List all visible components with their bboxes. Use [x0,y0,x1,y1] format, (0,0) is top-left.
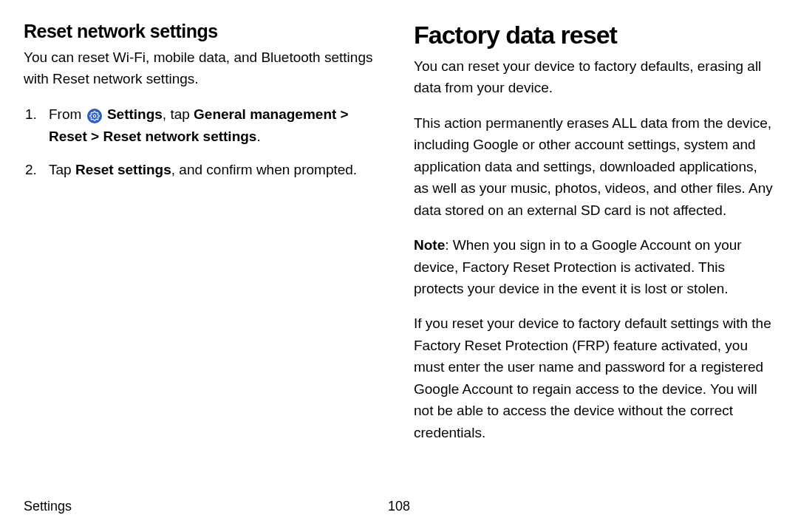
reset-network-intro: You can reset Wi-Fi, mobile data, and Bl… [24,47,384,90]
step2-post: , and confirm when prompted. [171,162,357,177]
step1-general-management: General management [194,106,336,122]
left-column: Reset network settings You can reset Wi-… [24,21,384,457]
step1-settings-label: Settings [107,106,163,122]
footer-page-number: 108 [388,499,410,514]
step1-mid: , tap [163,106,194,122]
page-footer: Settings 108 [24,499,774,514]
factory-reset-heading: Factory data reset [414,21,774,50]
note-label: Note [414,237,445,253]
step-1: From Settings, tap General management > … [24,103,384,149]
step1-reset: Reset [49,129,87,144]
factory-reset-p1: You can reset your device to factory def… [414,55,774,99]
step-2: Tap Reset settings, and confirm when pro… [24,159,384,181]
reset-network-heading: Reset network settings [24,21,384,42]
step2-pre: Tap [49,162,75,177]
svg-point-0 [93,115,96,117]
right-column: Factory data reset You can reset your de… [414,21,774,457]
factory-reset-note: Note: When you sign in to a Google Accou… [414,234,774,299]
factory-reset-p4: If you reset your device to factory defa… [414,313,774,443]
step1-gt2: > [87,129,103,144]
factory-reset-p2: This action permanently erases ALL data … [414,112,774,221]
step1-gt1: > [336,106,348,122]
step1-text-pre: From [49,106,86,122]
reset-network-steps: From Settings, tap General management > … [24,103,384,181]
step1-end: . [256,129,260,144]
step1-reset-network-settings: Reset network settings [103,129,256,144]
settings-icon [87,109,102,123]
footer-section: Settings [24,499,72,514]
step2-reset-settings: Reset settings [75,162,171,177]
note-body: : When you sign in to a Google Account o… [414,237,742,296]
